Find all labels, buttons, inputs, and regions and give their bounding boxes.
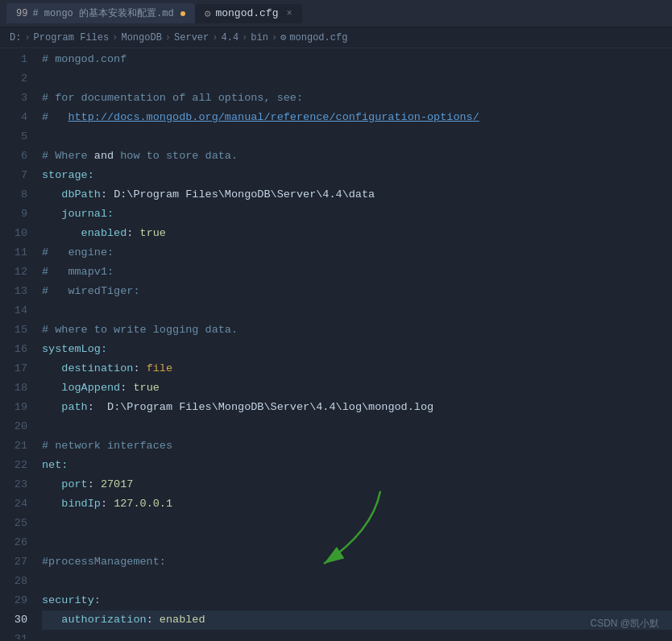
code-line-14 (42, 301, 672, 320)
code-line-26 (42, 533, 672, 552)
code-line-30: authorization: enabled (42, 610, 672, 630)
code-line-28 (42, 572, 672, 591)
code-line-19: path: D:\Program Files\MongoDB\Server\4.… (42, 398, 672, 417)
tab-cfg-label: mongod.cfg (215, 7, 278, 19)
code-line-29: security: (42, 591, 672, 610)
watermark: CSDN @凯小默 (590, 614, 659, 633)
code-content[interactable]: # mongod.conf # for documentation of all… (34, 48, 672, 639)
code-line-3: # for documentation of all options, see: (42, 89, 672, 108)
code-line-13: # wiredTiger: (42, 282, 672, 301)
code-line-1: # mongod.conf (42, 50, 672, 69)
code-line-24: bindIp: 127.0.0.1 (42, 494, 672, 514)
code-line-7: storage: (42, 166, 672, 185)
code-line-11: # engine: (42, 243, 672, 263)
code-line-23: port: 27017 (42, 475, 672, 494)
code-line-12: # mmapv1: (42, 263, 672, 282)
code-line-16: systemLog: (42, 340, 672, 359)
code-line-9: journal: (42, 205, 672, 224)
code-line-22: net: (42, 456, 672, 475)
code-line-31 (42, 630, 672, 639)
title-bar: 99 # mongo 的基本安装和配置.md ⚙ mongod.cfg × (0, 0, 672, 27)
code-line-15: # where to write logging data. (42, 320, 672, 340)
tab-markdown-label: # mongo 的基本安装和配置.md (32, 6, 173, 20)
tab-close-icon[interactable]: × (286, 8, 292, 19)
breadcrumb-gear-icon: ⚙ (280, 31, 286, 43)
editor-area: 1 2 3 4 5 6 7 8 9 10 11 12 13 14 15 16 1… (0, 48, 672, 639)
code-line-17: destination: file (42, 359, 672, 378)
code-line-25 (42, 514, 672, 533)
code-line-8: dbPath: D:\Program Files\MongoDB\Server\… (42, 185, 672, 205)
code-line-21: # network interfaces (42, 436, 672, 456)
code-line-5 (42, 127, 672, 147)
code-line-6: # Where and how to store data. (42, 147, 672, 166)
code-line-18: logAppend: true (42, 378, 672, 398)
code-line-20 (42, 417, 672, 436)
code-line-4: # http://docs.mongodb.org/manual/referen… (42, 108, 672, 127)
breadcrumb: D: › Program Files › MongoDB › Server › … (0, 27, 672, 48)
line-numbers: 1 2 3 4 5 6 7 8 9 10 11 12 13 14 15 16 1… (0, 48, 34, 639)
tab-cfg[interactable]: ⚙ mongod.cfg × (195, 4, 302, 23)
settings-icon: ⚙ (205, 7, 211, 20)
tab-modified-indicator (180, 11, 185, 16)
code-line-2 (42, 69, 672, 89)
tab-markdown[interactable]: 99 # mongo 的基本安装和配置.md (6, 3, 195, 23)
code-line-10: enabled: true (42, 224, 672, 243)
tab-number-icon: 99 (16, 8, 27, 19)
code-line-27: #processManagement: (42, 552, 672, 572)
